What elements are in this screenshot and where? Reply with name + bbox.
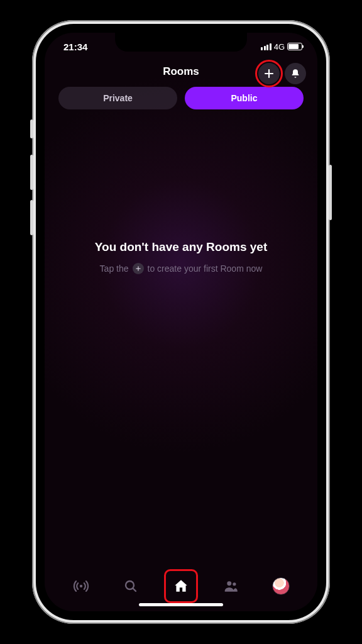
header: Rooms (45, 60, 317, 87)
empty-sub-before: Tap the (100, 264, 129, 274)
broadcast-icon (73, 578, 89, 594)
highlight-ring-home (164, 569, 198, 603)
phone-volume-up (30, 155, 33, 190)
status-time: 21:34 (63, 42, 87, 52)
tab-public-label: Public (231, 93, 257, 103)
home-indicator[interactable] (139, 603, 223, 606)
avatar (272, 577, 290, 595)
nav-search[interactable] (117, 572, 145, 600)
people-icon (223, 578, 239, 594)
search-icon (123, 579, 138, 594)
notifications-button[interactable] (285, 63, 306, 84)
phone-notch (115, 33, 247, 52)
phone-frame: 21:34 4G Rooms (32, 20, 330, 624)
signal-icon (261, 43, 272, 50)
empty-sub-after: to create your first Room now (148, 264, 263, 274)
highlight-ring-add (255, 60, 283, 87)
nav-people[interactable] (217, 572, 245, 600)
screen: 21:34 4G Rooms (45, 33, 317, 611)
phone-volume-down (30, 200, 33, 235)
home-icon (173, 578, 189, 594)
network-label: 4G (274, 42, 285, 52)
empty-state: You don't have any Rooms yet Tap the to … (45, 121, 317, 566)
tab-public[interactable]: Public (185, 87, 304, 109)
plus-icon (264, 69, 274, 79)
empty-state-title: You don't have any Rooms yet (95, 240, 267, 254)
bell-icon (290, 69, 300, 79)
header-actions (258, 63, 306, 84)
tab-private-label: Private (103, 93, 133, 103)
add-room-button[interactable] (258, 63, 280, 84)
nav-live[interactable] (67, 572, 95, 600)
status-right: 4G (261, 42, 302, 52)
empty-state-subtitle: Tap the to create your first Room now (100, 263, 263, 274)
svg-point-2 (227, 581, 231, 586)
plus-icon (133, 263, 144, 274)
room-tabs: Private Public (45, 87, 317, 121)
nav-home[interactable] (167, 572, 195, 600)
battery-icon (287, 43, 302, 50)
phone-power-button (329, 165, 332, 220)
svg-point-0 (80, 585, 82, 587)
nav-profile[interactable] (267, 572, 295, 600)
page-title: Rooms (163, 65, 199, 78)
phone-bezel: 21:34 4G Rooms (36, 24, 326, 620)
phone-mute-switch (30, 119, 33, 138)
svg-point-3 (233, 582, 236, 586)
tab-private[interactable]: Private (58, 87, 177, 109)
